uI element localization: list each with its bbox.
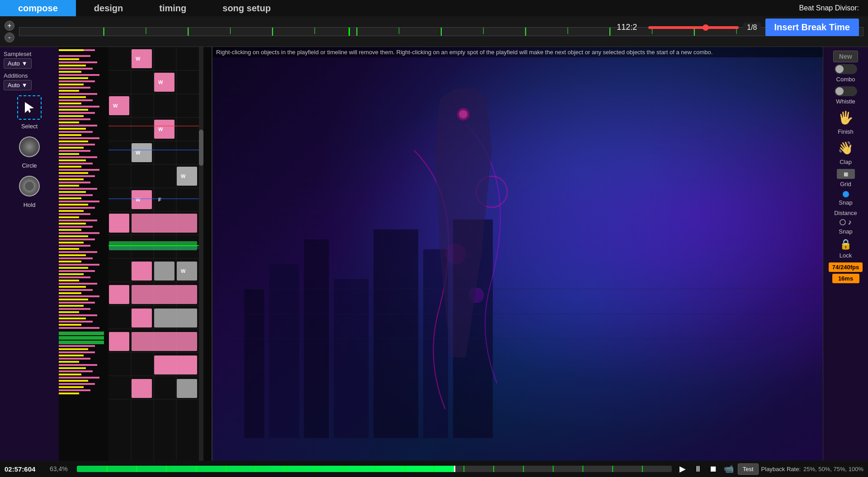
svg-rect-174 bbox=[109, 332, 129, 351]
svg-rect-105 bbox=[59, 327, 99, 329]
finish-label: Finish bbox=[838, 128, 854, 135]
circle-tool-icon bbox=[16, 133, 43, 160]
stop-button[interactable]: ⏹ bbox=[707, 463, 720, 475]
svg-rect-211 bbox=[612, 466, 613, 472]
video-button[interactable]: 📹 bbox=[722, 463, 735, 475]
sampleset-chevron: ▼ bbox=[22, 60, 28, 67]
svg-rect-44 bbox=[59, 134, 81, 136]
svg-rect-87 bbox=[59, 270, 95, 272]
svg-rect-147 bbox=[109, 96, 129, 115]
snap-radio[interactable] bbox=[843, 191, 849, 197]
progress-bar-container[interactable] bbox=[77, 466, 672, 472]
additions-dropdown[interactable]: Auto ▼ bbox=[4, 80, 32, 90]
svg-rect-168 bbox=[177, 262, 197, 281]
svg-rect-63 bbox=[59, 194, 93, 196]
svg-rect-89 bbox=[59, 276, 90, 278]
svg-rect-47 bbox=[59, 144, 95, 145]
svg-rect-114 bbox=[59, 361, 79, 363]
beat-snap-slider-area: 112:2 1/8 Insert Break Time bbox=[617, 19, 859, 36]
combo-toggle[interactable] bbox=[835, 64, 857, 74]
svg-rect-101 bbox=[59, 314, 97, 316]
zoom-in-button[interactable]: + bbox=[5, 21, 14, 31]
svg-rect-111 bbox=[59, 351, 95, 353]
grid-check[interactable]: ▦ bbox=[837, 169, 855, 179]
svg-rect-22 bbox=[59, 65, 86, 66]
svg-rect-109 bbox=[59, 345, 95, 347]
play-button[interactable]: ▶ bbox=[676, 463, 689, 475]
svg-rect-40 bbox=[59, 122, 79, 123]
svg-text:W: W bbox=[136, 197, 141, 202]
svg-rect-90 bbox=[59, 280, 79, 281]
waveform-column bbox=[59, 47, 108, 461]
combo-toggle-knob bbox=[835, 65, 844, 73]
svg-rect-195 bbox=[137, 466, 137, 472]
additions-section: Additions Auto ▼ bbox=[4, 72, 55, 90]
distance-radio[interactable] bbox=[840, 219, 846, 225]
beat-snap-value: 1/8 bbox=[743, 23, 760, 33]
svg-rect-175 bbox=[132, 332, 197, 351]
svg-rect-117 bbox=[59, 370, 93, 372]
hold-tool-button[interactable]: Hold bbox=[4, 173, 55, 208]
svg-rect-36 bbox=[59, 109, 88, 111]
finish-icon-area: 🖐 bbox=[832, 108, 859, 126]
pause-button[interactable]: ⏸ bbox=[692, 463, 704, 475]
select-tool-icon bbox=[16, 94, 43, 121]
svg-rect-24 bbox=[59, 71, 81, 73]
distance-music-icon: ♪ bbox=[848, 218, 851, 226]
right-panel: New Combo Whistle 🖐 Finish 👋 bbox=[823, 47, 868, 461]
svg-rect-213 bbox=[454, 466, 455, 472]
svg-rect-33 bbox=[59, 99, 93, 101]
svg-rect-166 bbox=[132, 262, 152, 281]
tab-song-setup[interactable]: song setup bbox=[204, 0, 289, 16]
svg-rect-65 bbox=[59, 201, 99, 202]
svg-text:W: W bbox=[181, 173, 186, 179]
svg-rect-37 bbox=[59, 112, 95, 114]
svg-rect-69 bbox=[59, 213, 90, 215]
svg-rect-41 bbox=[59, 125, 97, 126]
tab-timing[interactable]: timing bbox=[141, 0, 204, 16]
select-icon-ring bbox=[17, 95, 42, 120]
svg-rect-118 bbox=[59, 374, 81, 375]
svg-rect-178 bbox=[177, 379, 197, 398]
svg-rect-26 bbox=[59, 77, 88, 79]
hold-tool-icon bbox=[16, 173, 43, 200]
svg-rect-107 bbox=[59, 336, 104, 340]
slider-thumb[interactable] bbox=[703, 24, 709, 31]
svg-rect-53 bbox=[59, 163, 93, 164]
playfield[interactable]: Right-clicking on objects in the playfie… bbox=[212, 47, 823, 461]
clap-section: 👋 Clap bbox=[825, 139, 866, 165]
svg-rect-206 bbox=[463, 466, 464, 472]
zoom-out-button[interactable]: - bbox=[5, 33, 14, 42]
finish-hand-icon: 🖐 bbox=[838, 110, 854, 125]
svg-rect-77 bbox=[59, 238, 95, 240]
insert-break-button[interactable]: Insert Break Time bbox=[765, 19, 859, 36]
new-button[interactable]: New bbox=[833, 51, 858, 62]
timeline-scrollbar[interactable] bbox=[199, 47, 203, 461]
svg-rect-212 bbox=[642, 466, 643, 472]
beat-snap-slider[interactable] bbox=[648, 26, 739, 29]
circle-tool-label: Circle bbox=[22, 162, 37, 169]
svg-rect-177 bbox=[132, 379, 152, 398]
tab-design[interactable]: design bbox=[76, 0, 141, 16]
sampleset-dropdown[interactable]: Auto ▼ bbox=[4, 58, 32, 69]
select-tool-button[interactable]: Select bbox=[4, 94, 55, 130]
svg-rect-176 bbox=[154, 355, 197, 374]
circle-tool-button[interactable]: Circle bbox=[4, 133, 55, 169]
test-button[interactable]: Test bbox=[738, 463, 759, 475]
scrollbar-thumb[interactable] bbox=[199, 130, 203, 166]
svg-rect-55 bbox=[59, 169, 99, 171]
svg-rect-201 bbox=[315, 466, 316, 472]
svg-rect-29 bbox=[59, 87, 90, 89]
svg-rect-54 bbox=[59, 166, 81, 168]
svg-rect-58 bbox=[59, 178, 84, 180]
svg-rect-84 bbox=[59, 261, 81, 262]
svg-rect-113 bbox=[59, 358, 90, 360]
svg-text:W: W bbox=[158, 126, 163, 132]
note-grid[interactable]: W W W W W W W bbox=[108, 47, 199, 461]
svg-rect-61 bbox=[59, 188, 97, 190]
whistle-section: Whistle bbox=[825, 86, 866, 105]
tab-compose[interactable]: compose bbox=[0, 0, 76, 16]
whistle-toggle[interactable] bbox=[835, 86, 857, 96]
hold-tool-label: Hold bbox=[24, 201, 36, 208]
svg-rect-108 bbox=[59, 341, 104, 344]
